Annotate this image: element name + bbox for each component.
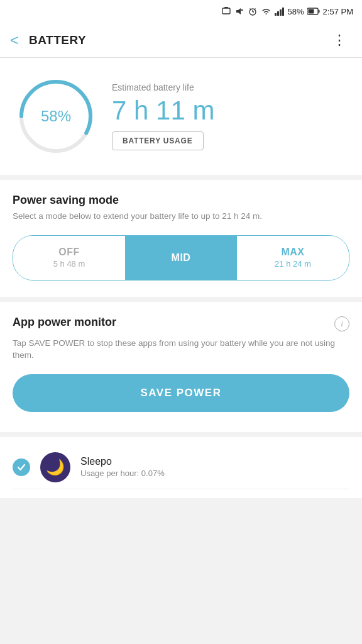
info-icon-button[interactable]: i xyxy=(334,316,349,331)
svg-rect-11 xyxy=(277,11,279,16)
app-monitor-header: App power monitor i xyxy=(13,316,349,333)
battery-circle-gauge: 58% xyxy=(15,75,97,157)
status-icons: 58% 2:57 PM xyxy=(221,6,353,16)
svg-marker-2 xyxy=(236,8,241,14)
signal-icon xyxy=(275,7,285,16)
svg-rect-1 xyxy=(224,7,228,8)
check-icon xyxy=(16,462,26,472)
svg-rect-0 xyxy=(222,8,230,14)
wifi-icon xyxy=(261,7,272,16)
mode-max-label: MAX xyxy=(281,247,304,258)
app-icon-emoji: 🌙 xyxy=(46,458,65,476)
mode-off-button[interactable]: OFF 5 h 48 m xyxy=(13,236,125,280)
battery-percent-status: 58% xyxy=(288,7,304,16)
mode-off-label: OFF xyxy=(58,247,80,258)
status-bar: 58% 2:57 PM xyxy=(0,0,362,23)
svg-rect-15 xyxy=(308,9,314,14)
app-name-sleepo: Sleepo xyxy=(80,456,349,467)
svg-rect-16 xyxy=(318,10,319,13)
top-bar: < BATTERY ⋮ xyxy=(0,23,362,58)
app-list-item: 🌙 Sleepo Usage per hour: 0.07% xyxy=(13,446,349,489)
screenshot-icon xyxy=(221,6,231,16)
app-usage-sleepo: Usage per hour: 0.07% xyxy=(80,469,349,478)
estimated-label: Estimated battery life xyxy=(112,82,347,92)
battery-usage-button[interactable]: BATTERY USAGE xyxy=(112,131,204,150)
svg-line-8 xyxy=(250,9,251,10)
battery-icon xyxy=(307,8,320,15)
app-icon-sleepo: 🌙 xyxy=(40,452,70,482)
mode-max-time: 21 h 24 m xyxy=(275,259,311,269)
battery-info: Estimated battery life 7 h 11 m BATTERY … xyxy=(112,82,347,150)
save-power-button[interactable]: SAVE POWER xyxy=(13,374,349,412)
app-list-section: 🌙 Sleepo Usage per hour: 0.07% xyxy=(0,437,362,498)
app-info-sleepo: Sleepo Usage per hour: 0.07% xyxy=(80,456,349,478)
power-mode-title: Power saving mode xyxy=(13,194,349,207)
svg-line-9 xyxy=(255,9,256,10)
battery-section: 58% Estimated battery life 7 h 11 m BATT… xyxy=(0,58,362,175)
app-checkbox-sleepo[interactable] xyxy=(13,458,30,476)
battery-time: 7 h 11 m xyxy=(112,96,347,125)
app-monitor-section: App power monitor i Tap SAVE POWER to st… xyxy=(0,302,362,432)
svg-rect-12 xyxy=(280,9,282,16)
mode-off-time: 5 h 48 m xyxy=(53,259,85,269)
back-button[interactable]: < xyxy=(10,31,19,49)
mode-selector: OFF 5 h 48 m MID MAX 21 h 24 m xyxy=(13,235,349,280)
mode-max-button[interactable]: MAX 21 h 24 m xyxy=(237,236,349,280)
svg-rect-10 xyxy=(275,13,277,16)
battery-percent-label: 58% xyxy=(41,108,71,125)
app-monitor-title: App power monitor xyxy=(13,316,116,329)
power-mode-desc: Select a mode below to extend your batte… xyxy=(13,211,349,223)
mute-icon xyxy=(234,6,244,16)
power-mode-section: Power saving mode Select a mode below to… xyxy=(0,180,362,297)
more-options-button[interactable]: ⋮ xyxy=(327,30,352,51)
page-title: BATTERY xyxy=(29,33,327,47)
alarm-icon xyxy=(248,6,258,16)
mode-mid-button[interactable]: MID xyxy=(125,236,237,280)
svg-rect-13 xyxy=(282,8,284,16)
mode-mid-label: MID xyxy=(172,252,191,264)
time-status: 2:57 PM xyxy=(323,7,353,16)
app-monitor-desc: Tap SAVE POWER to stop these apps from u… xyxy=(13,338,349,362)
